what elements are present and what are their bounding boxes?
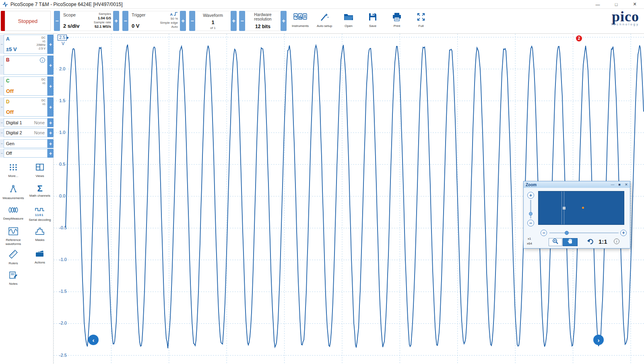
run-stop-button[interactable]: Stopped [5,11,51,31]
sample-rate-label: Sample rate [94,21,111,25]
instruments-button[interactable]: Instruments [288,11,312,32]
channel-c-expand-tab[interactable]: + [47,76,54,96]
pan-tool-button[interactable] [563,238,578,246]
zoom-ratio-button[interactable]: 1:1 [599,238,607,245]
gen-state-collapse-tab[interactable]: − [0,149,4,158]
digital2-value: None [34,130,45,135]
zoom-vertical-slider-thumb[interactable] [529,212,533,216]
tool-measurements[interactable]: Measurements [0,182,27,204]
digital1-expand-tab[interactable]: + [47,118,54,127]
full-screen-button[interactable]: Full [409,11,433,32]
trigger-group: − Trigger 0 V A 50 % Simple edge Auto + [122,11,186,31]
channel-a-expand-tab[interactable]: + [47,35,54,54]
zoom-tool-button[interactable] [549,238,562,246]
digital2-card[interactable]: Digital 2 None [4,128,47,137]
run-stop-indicator[interactable] [1,11,5,31]
deepmeasure-icon [8,206,18,216]
open-button[interactable]: Open [336,11,361,32]
digital1-collapse-tab[interactable]: − [0,118,4,127]
auto-setup-button[interactable]: Auto setup [312,11,336,32]
magnifier-icon [552,238,559,246]
tool-notes[interactable]: Notes [0,269,27,290]
resolution-increase-button[interactable]: + [281,11,287,31]
zoom-out-vertical-button[interactable]: − [527,220,534,226]
gen-expand-tab[interactable]: + [47,139,54,148]
digital1-card[interactable]: Digital 1 None [4,118,47,127]
hardware-resolution-selector[interactable]: Hardware resolution 12 bits [245,11,281,31]
zoom-panel-titlebar[interactable]: Zoom — ■ ✕ [524,181,630,188]
close-button[interactable]: ✕ [625,0,644,9]
tool-serial-decoding[interactable]: 1101 Serial decoding [27,204,53,225]
digital2-expand-tab[interactable]: + [47,128,54,137]
tool-serial-label: Serial decoding [29,218,51,222]
zoom-close-button[interactable]: ✕ [624,183,629,187]
generator-card[interactable]: Gen [4,139,47,148]
resolution-decrease-button[interactable]: − [239,11,245,31]
channel-b-expand-tab[interactable]: + [47,56,54,75]
zoom-minimize-button[interactable]: — [610,183,615,187]
channel-b-card[interactable]: B i [4,56,47,75]
picoscope-app: PicoScope 7 T&M - PicoScope 6424E [HV497… [0,0,644,364]
channel-b-collapse-tab[interactable]: − [0,56,4,75]
minimize-button[interactable]: — [588,0,607,9]
zoom-slider[interactable] [549,232,619,233]
timebase-value[interactable]: 2 s/div [63,23,79,29]
gen-state-expand-tab[interactable]: + [47,149,54,158]
channel-b-info-icon[interactable]: i [40,58,45,63]
undo-zoom-button[interactable] [586,239,594,246]
notification-badge[interactable]: 2 [576,35,582,41]
zoom-restore-button[interactable]: ■ [617,183,622,187]
waveform-previous-button[interactable]: − [189,11,195,31]
tool-more-label: More... [8,174,19,178]
channel-d-expand-tab[interactable]: + [47,97,54,117]
trigger-settings[interactable]: Trigger 0 V A 50 % Simple edge Auto [128,11,180,31]
channel-d-card[interactable]: D DC x1 Off [4,97,47,117]
digital2-collapse-tab[interactable]: − [0,128,4,137]
samples-value[interactable]: 1.04 GS [94,16,111,21]
generator-state-card[interactable]: Off [4,149,47,158]
channel-a-card[interactable]: A DC x1 20MHz -2.5 V ±5 V [4,35,47,54]
gen-collapse-tab[interactable]: − [0,139,4,148]
tool-math-channels[interactable]: Σ Math channels [27,182,53,204]
channel-c-probe: x1 [41,81,45,85]
zoom-out-button[interactable]: − [541,230,547,236]
pico-logo: pico Technology [611,9,639,26]
tool-rulers[interactable]: Rulers [0,247,27,269]
timebase-decrease-button[interactable]: − [54,11,60,31]
zoom-in-vertical-button[interactable]: + [527,192,534,199]
zoom-slider-thumb[interactable] [565,231,569,235]
maximize-button[interactable]: □ [607,0,625,9]
trigger-increase-button[interactable]: + [180,11,186,31]
tool-views-label: Views [35,174,44,178]
save-button[interactable]: Save [361,11,385,32]
trigger-decrease-button[interactable]: − [122,11,128,31]
tool-actions[interactable]: Actions [27,247,53,269]
tool-more[interactable]: More... [0,161,27,182]
channel-c-collapse-tab[interactable]: − [0,76,4,96]
waveform-next-button[interactable]: + [231,11,237,31]
tool-views[interactable]: Views [27,161,53,182]
zoom-region-handle[interactable] [563,207,566,210]
tool-rulers-label: Rulers [8,261,18,265]
scroll-left-button[interactable]: ‹ [88,335,99,345]
tool-reference-waveforms[interactable]: Reference waveforms [0,225,27,247]
axis-max-flag[interactable]: 2.5 [58,35,67,41]
trigger-level-value[interactable]: 0 V [132,23,140,29]
channel-d-collapse-tab[interactable]: − [0,97,4,117]
zoom-vertical-slider[interactable] [530,200,531,218]
timebase-increase-button[interactable]: + [113,11,119,31]
tool-masks[interactable]: Masks [27,225,53,247]
channel-a-collapse-tab[interactable]: − [0,35,4,54]
channel-c-card[interactable]: C DC x1 Off [4,76,47,96]
zoom-in-button[interactable]: + [620,230,627,236]
digital1-value: None [34,120,45,125]
print-button[interactable]: Print [385,11,409,32]
scope-settings[interactable]: Scope 2 s/div Samples 1.04 GS Sample rat… [60,11,113,31]
scope-label: Scope [63,12,76,17]
zoom-overview-map[interactable] [538,191,624,225]
channel-b-id: B [6,57,10,63]
scroll-right-button[interactable]: › [593,335,604,345]
tool-deepmeasure[interactable]: DeepMeasure [0,204,27,225]
waveform-selector[interactable]: Waveform 1 of 1 [195,11,231,31]
zoom-info-icon[interactable]: i [614,239,619,244]
